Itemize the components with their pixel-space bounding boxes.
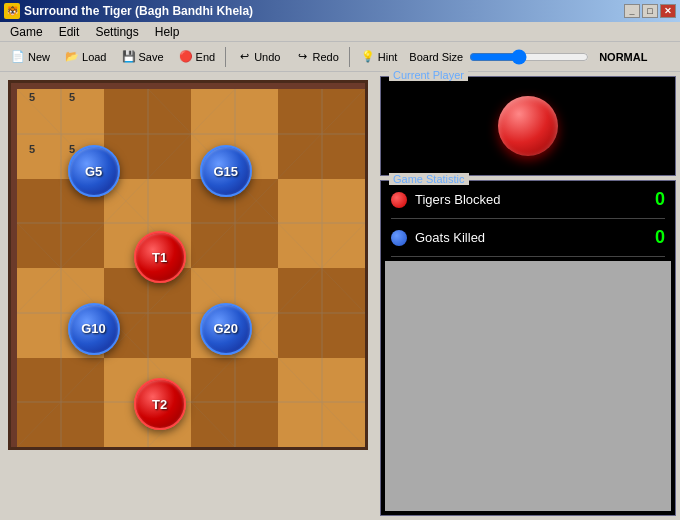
title-icon: 🐯 [4, 3, 20, 19]
board-cell-2-2[interactable] [191, 268, 278, 358]
end-icon: 🔴 [178, 49, 194, 65]
goats-killed-value: 0 [655, 227, 665, 248]
board-cell-0-2[interactable] [191, 89, 278, 179]
menu-bar: Game Edit Settings Help [0, 22, 680, 42]
board-cell-1-1[interactable] [104, 179, 191, 269]
goats-indicator [391, 230, 407, 246]
board-size-label: Board Size [409, 51, 463, 63]
log-area [385, 261, 671, 511]
undo-label: Undo [254, 51, 280, 63]
board-cell-3-3[interactable] [278, 358, 365, 448]
toolbar: 📄 New 📂 Load 💾 Save 🔴 End ↩ Undo ↪ Redo … [0, 42, 680, 72]
redo-label: Redo [312, 51, 338, 63]
board-area: G55G155T1G105G205T2 [0, 72, 380, 520]
game-stat-label: Game Statistic [389, 173, 469, 185]
board-cell-1-3[interactable] [278, 179, 365, 269]
board-cell-2-3[interactable] [278, 268, 365, 358]
board-size-slider[interactable] [469, 49, 589, 65]
end-button[interactable]: 🔴 End [172, 45, 222, 69]
board-wrapper: G55G155T1G105G205T2 [17, 89, 365, 447]
current-player-panel: Current Player [380, 76, 676, 176]
tigers-blocked-label: Tigers Blocked [415, 192, 501, 207]
menu-settings[interactable]: Settings [87, 23, 146, 41]
board-outer: G55G155T1G105G205T2 [8, 80, 368, 450]
redo-icon: ↪ [294, 49, 310, 65]
undo-icon: ↩ [236, 49, 252, 65]
board-cell-2-0[interactable] [17, 268, 104, 358]
new-icon: 📄 [10, 49, 26, 65]
window-controls[interactable]: _ □ ✕ [624, 4, 676, 18]
normal-label: NORMAL [599, 51, 647, 63]
maximize-button[interactable]: □ [642, 4, 658, 18]
close-button[interactable]: ✕ [660, 4, 676, 18]
player-orb [498, 96, 558, 156]
minimize-button[interactable]: _ [624, 4, 640, 18]
menu-help[interactable]: Help [147, 23, 188, 41]
tigers-blocked-value: 0 [655, 189, 665, 210]
window-title: Surround the Tiger (Bagh Bandhi Khela) [24, 4, 624, 18]
tigers-indicator [391, 192, 407, 208]
goats-killed-label: Goats Killed [415, 230, 485, 245]
new-label: New [28, 51, 50, 63]
board-cell-3-1[interactable] [104, 358, 191, 448]
board-cell-0-3[interactable] [278, 89, 365, 179]
goats-killed-row: Goats Killed 0 [381, 219, 675, 256]
board-cell-0-0[interactable] [17, 89, 104, 179]
board-cell-1-2[interactable] [191, 179, 278, 269]
new-button[interactable]: 📄 New [4, 45, 56, 69]
right-panel: Current Player Game Statistic Tigers Blo… [380, 72, 680, 520]
save-icon: 💾 [121, 49, 137, 65]
current-player-label: Current Player [389, 69, 468, 81]
current-player-content [381, 77, 675, 175]
hint-label: Hint [378, 51, 398, 63]
checker-board [17, 89, 365, 447]
save-button[interactable]: 💾 Save [115, 45, 170, 69]
stat-divider-2 [391, 256, 665, 257]
board-cell-2-1[interactable] [104, 268, 191, 358]
end-label: End [196, 51, 216, 63]
menu-edit[interactable]: Edit [51, 23, 88, 41]
load-label: Load [82, 51, 106, 63]
separator-1 [225, 47, 226, 67]
title-bar: 🐯 Surround the Tiger (Bagh Bandhi Khela)… [0, 0, 680, 22]
board-cell-1-0[interactable] [17, 179, 104, 269]
tigers-blocked-row: Tigers Blocked 0 [381, 181, 675, 218]
board-cell-3-2[interactable] [191, 358, 278, 448]
hint-icon: 💡 [360, 49, 376, 65]
main-content: G55G155T1G105G205T2 Current Player Game … [0, 72, 680, 520]
hint-button[interactable]: 💡 Hint [354, 45, 404, 69]
load-button[interactable]: 📂 Load [58, 45, 112, 69]
undo-button[interactable]: ↩ Undo [230, 45, 286, 69]
board-cell-0-1[interactable] [104, 89, 191, 179]
load-icon: 📂 [64, 49, 80, 65]
save-label: Save [139, 51, 164, 63]
menu-game[interactable]: Game [2, 23, 51, 41]
board-cell-3-0[interactable] [17, 358, 104, 448]
redo-button[interactable]: ↪ Redo [288, 45, 344, 69]
game-stat-panel: Game Statistic Tigers Blocked 0 Goats Ki… [380, 180, 676, 516]
separator-2 [349, 47, 350, 67]
